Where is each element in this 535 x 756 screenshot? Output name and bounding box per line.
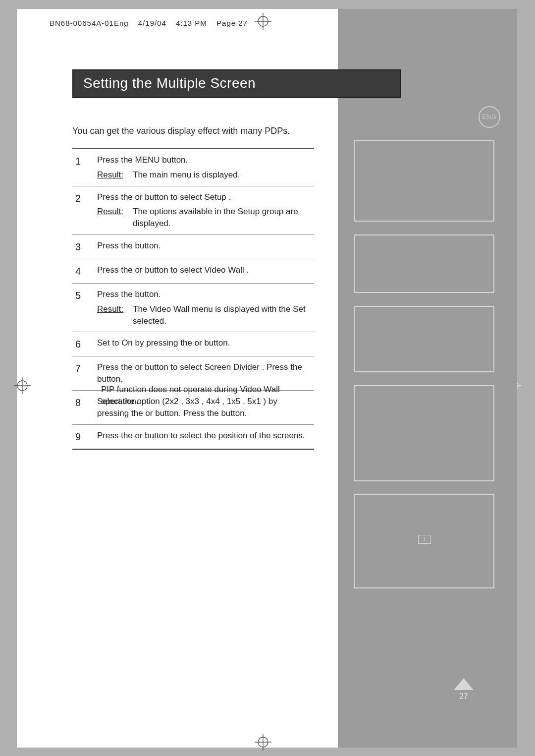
result-text: The main menu is displayed. (133, 169, 311, 181)
svg-point-2 (258, 16, 268, 26)
step-number: 7 (73, 361, 97, 385)
step-body: Press the or button to select Screen Div… (97, 361, 311, 385)
step-number: 2 (73, 191, 97, 230)
header-rule (217, 23, 247, 23)
step-body: Press the button. (97, 240, 311, 254)
thumbnail-2 (354, 234, 494, 293)
intro-text: You can get the various display effect w… (72, 125, 290, 137)
step-number: 8 (73, 396, 97, 419)
result-label: Result: (97, 169, 133, 181)
step-text: Press the or button to select the positi… (97, 430, 311, 442)
step-number: 3 (73, 240, 97, 254)
step-number: 1 (73, 154, 97, 181)
step-number: 4 (73, 264, 97, 278)
step-row: 1 Press the MENU button. Result: The mai… (72, 149, 314, 186)
result-text: The options available in the Setup group… (133, 206, 311, 230)
thumbnail-5-cell-label: 1 (418, 535, 431, 544)
step-text: Press the or button to select Setup . (97, 191, 311, 203)
step-body: Press the or button to select Video Wall… (97, 264, 311, 278)
step-body: Press the or button to select Setup . Re… (97, 191, 311, 230)
svg-point-5 (258, 737, 268, 747)
right-column-strip: ENG 1 27 (338, 9, 517, 748)
crop-mark-left (14, 377, 31, 394)
language-badge: ENG (479, 106, 500, 128)
page-title: Setting the Multiple Screen (72, 69, 401, 98)
step-number: 6 (73, 337, 97, 351)
result-text: The Video Wall menu is displayed with th… (133, 303, 311, 327)
crop-mark-top (255, 13, 271, 30)
step-text: Press the MENU button. (97, 154, 311, 166)
thumbnail-5: 1 (354, 494, 494, 588)
step-number: 5 (73, 289, 97, 327)
step-text: Press the or button to select Screen Div… (97, 361, 311, 385)
doc-id: BN68-00654A-01Eng (50, 19, 129, 27)
step-row: 2 Press the or button to select Setup . … (72, 186, 314, 235)
thumbnail-4 (354, 385, 494, 481)
step-text: Press the button. (97, 240, 311, 252)
step-row: 5 Press the button. Result: The Video Wa… (72, 284, 314, 332)
page-number-triangle-icon (454, 678, 474, 690)
page: BN68-00654A-01Eng 4/19/04 4:13 PM Page 2… (17, 9, 517, 748)
step-number: 9 (73, 430, 97, 444)
step-body: Press the button. Result: The Video Wall… (97, 289, 311, 327)
crop-mark-bottom (255, 734, 271, 751)
page-number-marker: 27 (454, 678, 474, 701)
thumbnail-3 (354, 306, 494, 372)
note-text: PIP function does not operate during Vid… (101, 384, 309, 407)
step-text: Set to On by pressing the or button. (97, 337, 311, 349)
page-number: 27 (454, 692, 474, 701)
thumbnail-1 (354, 140, 494, 222)
step-row: 3 Press the button. (72, 235, 314, 259)
svg-point-8 (17, 381, 27, 391)
step-body: Press the MENU button. Result: The main … (97, 154, 311, 181)
step-row: 6 Set to On by pressing the or button. (72, 332, 314, 356)
doc-date: 4/19/04 (138, 19, 166, 27)
step-row: 4 Press the or button to select Video Wa… (72, 259, 314, 284)
step-body: Press the or button to select the positi… (97, 430, 311, 444)
result-label: Result: (97, 206, 133, 230)
doc-time: 4:13 PM (176, 19, 207, 27)
step-body: Set to On by pressing the or button. (97, 337, 311, 351)
step-row: 9 Press the or button to select the posi… (72, 425, 314, 449)
step-text: Press the or button to select Video Wall… (97, 264, 311, 276)
result-label: Result: (97, 303, 133, 327)
thumbnails: 1 (354, 140, 492, 601)
step-text: Press the button. (97, 289, 311, 300)
